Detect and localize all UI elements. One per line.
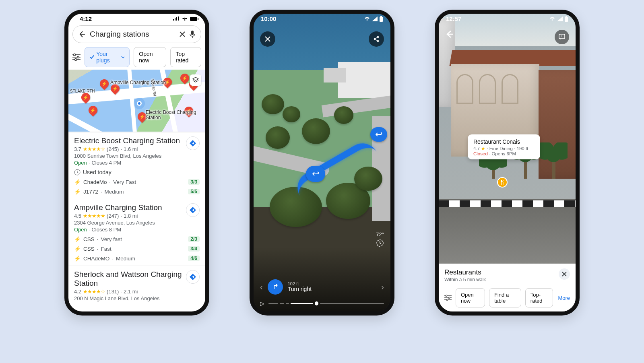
clear-icon[interactable] bbox=[179, 31, 186, 37]
chevron-down-icon bbox=[121, 56, 124, 58]
bolt-icon: ⚡ bbox=[74, 188, 81, 195]
search-input[interactable]: Charging stations bbox=[90, 30, 175, 39]
more-link[interactable]: More bbox=[558, 295, 570, 301]
status-time: 12:57 bbox=[446, 15, 461, 22]
svg-rect-13 bbox=[565, 17, 568, 22]
close-sheet-button[interactable] bbox=[559, 268, 570, 280]
directions-button[interactable] bbox=[186, 203, 200, 217]
close-button[interactable] bbox=[260, 31, 275, 47]
map-area-label: STLAKE RTH bbox=[70, 89, 95, 93]
route-arrow-icon: ↩ bbox=[306, 166, 325, 182]
svg-rect-7 bbox=[380, 17, 383, 22]
share-button[interactable] bbox=[369, 31, 384, 47]
chip-find-table[interactable]: Find a table bbox=[489, 288, 521, 307]
mic-icon[interactable] bbox=[190, 31, 195, 38]
clock-icon bbox=[74, 169, 80, 175]
layers-button[interactable] bbox=[190, 74, 201, 86]
search-bar[interactable]: Charging stations bbox=[72, 25, 201, 43]
feedback-button[interactable] bbox=[555, 30, 569, 44]
cellular-icon bbox=[372, 16, 378, 21]
directions-button[interactable] bbox=[186, 270, 200, 284]
chevron-left-icon[interactable]: ‹ bbox=[260, 283, 263, 292]
svg-rect-1 bbox=[198, 18, 198, 20]
map-pin-label: Ampville Charging Station bbox=[110, 80, 166, 85]
plug-row: ⚡ ChadeMo · Very Fast 3/3 bbox=[74, 179, 200, 185]
route-arrow-icon: ↩ bbox=[370, 127, 387, 142]
stars-icon: ★★★★☆ bbox=[83, 289, 105, 295]
sheet-subtitle: Within a 5 min walk bbox=[444, 277, 486, 283]
result-hours: Open · Closes 4 PM bbox=[74, 160, 200, 166]
status-time: 10:00 bbox=[261, 15, 276, 22]
status-bar: 10:00 bbox=[254, 15, 390, 22]
phone-2: ↩ ↩ 10:00 72° ‹ 102 ft Turn right › bbox=[250, 10, 394, 316]
result-name: Sherlock and Wattson Charging Station bbox=[74, 270, 200, 288]
sheet-title: Restaurants bbox=[444, 268, 486, 276]
stars-icon: ★★★★★ bbox=[83, 213, 105, 219]
play-icon[interactable]: ▷ bbox=[260, 300, 264, 307]
place-name: Restaurant Conais bbox=[473, 138, 535, 145]
svg-point-3 bbox=[74, 54, 76, 56]
back-icon[interactable] bbox=[78, 31, 86, 38]
status-bar: 4:12 bbox=[68, 14, 205, 22]
battery-icon bbox=[379, 16, 383, 22]
tune-icon[interactable] bbox=[72, 54, 80, 61]
check-icon bbox=[90, 55, 94, 60]
chip-open-now[interactable]: Open now bbox=[134, 47, 166, 67]
wifi-icon bbox=[549, 16, 555, 21]
result-name: Ampville Charging Station bbox=[74, 203, 200, 212]
battery-icon bbox=[564, 16, 568, 22]
place-card[interactable]: Restaurant Conais 4.7 ★ · Fine Dining · … bbox=[468, 134, 540, 159]
svg-point-16 bbox=[446, 295, 447, 297]
status-time: 4:12 bbox=[80, 15, 92, 22]
status-bar: 12:57 bbox=[439, 15, 576, 22]
results-sheet: Restaurants Within a 5 min walk Open now… bbox=[439, 264, 576, 311]
sheet-filter-chips: Open now Find a table Top-rated More bbox=[444, 288, 570, 307]
chip-open-now[interactable]: Open now bbox=[456, 288, 485, 307]
plug-row: ⚡ J1772 · Medium 5/5 bbox=[74, 188, 200, 195]
chevron-right-icon[interactable]: › bbox=[381, 283, 384, 292]
battery-icon bbox=[190, 16, 199, 21]
directions-button[interactable] bbox=[186, 136, 200, 150]
tune-icon[interactable] bbox=[444, 295, 452, 301]
wifi-icon bbox=[181, 16, 188, 21]
timeline-scrubber[interactable]: ▷ bbox=[260, 300, 384, 307]
chip-top-rated[interactable]: Top-rated bbox=[525, 288, 553, 307]
map-preview[interactable]: STLAKE RTH Dewap Rd Ampville Charging St… bbox=[68, 70, 205, 132]
stars-icon: ★★★★☆ bbox=[83, 146, 105, 152]
status-icons bbox=[173, 16, 199, 21]
phone-3: 12:57 Restaurant Conais 4.7 ★ · Fine Din… bbox=[435, 10, 580, 316]
svg-point-5 bbox=[75, 59, 77, 61]
immersive-controls: ‹ 102 ft Turn right › ▷ bbox=[254, 247, 390, 311]
result-rating-line: 3.7 ★★★★☆ (245) · 1.6 mi bbox=[74, 146, 200, 152]
result-address: 1000 Sunrise Town Blvd, Los Angeles bbox=[74, 153, 200, 159]
wifi-icon bbox=[364, 16, 370, 21]
weather-widget: 72° bbox=[376, 231, 384, 247]
svg-point-17 bbox=[448, 297, 450, 299]
svg-rect-14 bbox=[566, 16, 567, 17]
cellular-icon bbox=[173, 16, 180, 21]
cellular-icon bbox=[557, 16, 563, 21]
direction-step: ‹ 102 ft Turn right › bbox=[260, 279, 384, 295]
result-card[interactable]: Electric Boost Charging Station 3.7 ★★★★… bbox=[68, 132, 205, 199]
phone-1: 4:12 Charging stations Your plugs Open n… bbox=[64, 10, 209, 316]
my-location-dot bbox=[137, 101, 142, 106]
filter-chips: Your plugs Open now Top rated bbox=[68, 45, 205, 70]
used-today: Used today bbox=[74, 169, 200, 175]
result-card[interactable]: Ampville Charging Station 4.5 ★★★★★ (247… bbox=[68, 199, 205, 266]
svg-point-4 bbox=[77, 56, 79, 58]
star-icon: ★ bbox=[481, 146, 485, 151]
chip-your-plugs[interactable]: Your plugs bbox=[85, 47, 130, 67]
turn-icon bbox=[268, 279, 283, 295]
chip-top-rated[interactable]: Top rated bbox=[170, 47, 201, 67]
result-name: Electric Boost Charging Station bbox=[74, 136, 200, 145]
svg-rect-0 bbox=[190, 17, 197, 21]
result-card[interactable]: Sherlock and Wattson Charging Station 4.… bbox=[68, 266, 205, 305]
svg-rect-8 bbox=[380, 16, 382, 17]
svg-point-18 bbox=[446, 299, 448, 301]
svg-rect-2 bbox=[191, 31, 194, 35]
map-pin-label: Electric Boost Charging Station bbox=[146, 110, 205, 120]
back-button[interactable] bbox=[445, 30, 454, 39]
bolt-icon: ⚡ bbox=[74, 179, 81, 185]
time-icon bbox=[376, 239, 384, 247]
restaurant-pin-icon[interactable] bbox=[497, 177, 508, 188]
